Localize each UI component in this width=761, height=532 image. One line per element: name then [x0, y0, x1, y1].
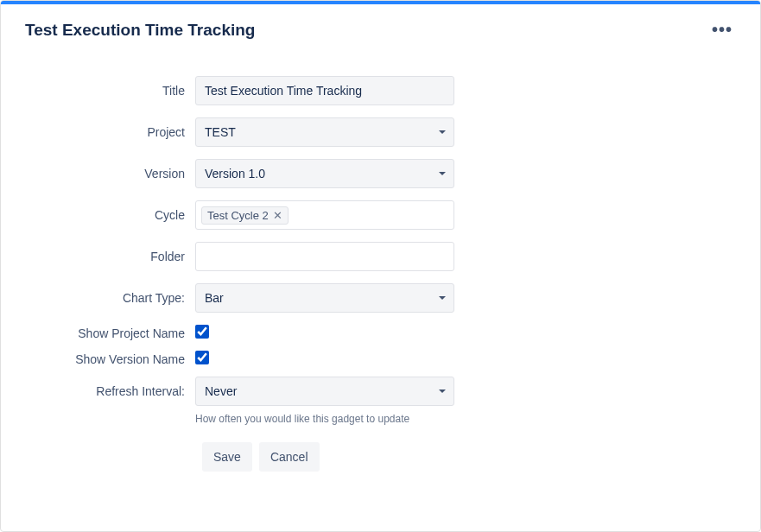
refresh-interval-help: How often you would like this gadget to … — [195, 411, 409, 425]
cancel-button[interactable]: Cancel — [259, 442, 320, 472]
cycle-input[interactable]: Test Cycle 2 ✕ — [195, 200, 454, 230]
row-version: Version Version 1.0 — [35, 159, 726, 188]
row-title: Title — [35, 76, 726, 105]
row-refresh-help: How often you would like this gadget to … — [35, 411, 726, 425]
gadget-config-panel: Test Execution Time Tracking ••• Title P… — [0, 0, 761, 532]
cycle-tag-label: Test Cycle 2 — [207, 209, 269, 222]
row-cycle: Cycle Test Cycle 2 ✕ — [35, 200, 726, 230]
refresh-interval-select[interactable]: Never — [195, 377, 454, 406]
label-folder: Folder — [35, 250, 195, 263]
project-select[interactable]: TEST — [195, 117, 454, 147]
more-options-icon[interactable]: ••• — [708, 16, 736, 43]
project-select-value: TEST — [205, 125, 236, 139]
config-form: Title Project TEST Version — [1, 50, 760, 489]
cycle-tag: Test Cycle 2 ✕ — [201, 206, 289, 225]
button-row: Save Cancel — [35, 442, 726, 472]
label-chart-type: Chart Type: — [35, 291, 195, 305]
label-project: Project — [35, 125, 195, 139]
version-select[interactable]: Version 1.0 — [195, 159, 454, 188]
row-chart-type: Chart Type: Bar — [35, 283, 726, 313]
chart-type-select[interactable]: Bar — [195, 283, 454, 313]
row-show-project-name: Show Project Name — [35, 325, 726, 342]
version-select-value: Version 1.0 — [205, 167, 265, 180]
row-project: Project TEST — [35, 117, 726, 147]
label-cycle: Cycle — [35, 208, 195, 222]
panel-header: Test Execution Time Tracking ••• — [1, 4, 760, 50]
save-button[interactable]: Save — [202, 442, 252, 472]
folder-input[interactable] — [195, 242, 454, 271]
row-folder: Folder — [35, 242, 726, 271]
label-show-project-name: Show Project Name — [35, 326, 195, 340]
label-show-version-name: Show Version Name — [35, 352, 195, 366]
chart-type-select-value: Bar — [205, 291, 224, 305]
row-show-version-name: Show Version Name — [35, 351, 726, 368]
refresh-interval-select-value: Never — [205, 384, 237, 398]
panel-title: Test Execution Time Tracking — [25, 21, 255, 40]
show-project-name-checkbox[interactable] — [195, 325, 209, 339]
row-refresh-interval: Refresh Interval: Never — [35, 377, 726, 406]
show-version-name-checkbox[interactable] — [195, 351, 209, 364]
title-input[interactable] — [195, 76, 454, 105]
label-version: Version — [35, 167, 195, 180]
label-title: Title — [35, 84, 195, 98]
remove-tag-icon[interactable]: ✕ — [273, 210, 282, 221]
label-refresh-interval: Refresh Interval: — [35, 384, 195, 398]
